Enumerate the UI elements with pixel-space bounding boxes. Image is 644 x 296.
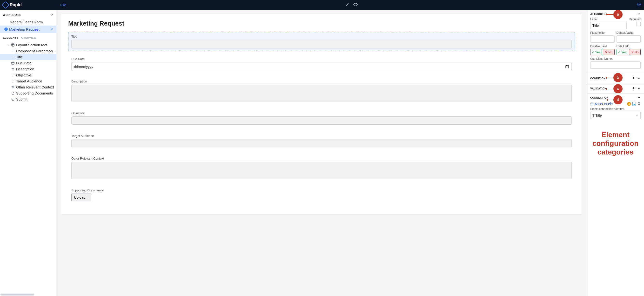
attr-label-input[interactable] [590, 22, 627, 29]
wand-icon[interactable] [345, 2, 350, 8]
brand-logo-icon [2, 1, 9, 9]
objective-input[interactable] [71, 116, 572, 124]
workspace-item-active[interactable]: Marketing Request ✕ [0, 26, 56, 33]
brand-logo: Rapid [3, 2, 22, 8]
disable-no-button[interactable]: ✕No [603, 49, 614, 55]
tree-item-description[interactable]: Description [0, 66, 56, 72]
svg-rect-5 [566, 65, 568, 68]
tree-item-target-audience[interactable]: Target Audience [0, 78, 56, 84]
attr-placeholder-label: Placeholder [590, 31, 614, 34]
text-icon [11, 55, 15, 59]
topbar-tools [66, 2, 637, 8]
text-icon [11, 73, 15, 77]
due-date-input[interactable]: dd/mm/yyyy [71, 62, 572, 71]
horizontal-scrollbar[interactable] [0, 294, 34, 296]
workspace-item-label: General Leads Form [10, 20, 43, 24]
topbar: Rapid File [0, 0, 644, 10]
tree-item-label: Supporting Documents [16, 91, 53, 95]
tab-elements[interactable]: ELEMENTS [3, 36, 18, 39]
connection-name[interactable]: Asset Briefs [590, 102, 613, 106]
hide-yes-button[interactable]: ✓Yes [616, 49, 628, 55]
sun-icon[interactable] [637, 4, 641, 8]
tree-root[interactable]: Layout.Section root [0, 42, 56, 48]
tree-item-paragraph[interactable]: Component.Paragraph ~:~:73 [0, 48, 56, 54]
connection-select-label: Select connection element [590, 107, 641, 111]
tree-item-label: Submit [16, 97, 28, 101]
chevron-down-icon [637, 87, 641, 90]
chevron-down-icon [637, 96, 641, 99]
tree-item-label: Component.Paragraph ~:~:73 [16, 49, 56, 53]
section-title: CONNECTION [590, 96, 608, 99]
tree-item-label: Other Relevant Context [16, 85, 54, 89]
sidebar: WORKSPACE General Leads Form Marketing R… [0, 10, 56, 296]
workspace-item[interactable]: General Leads Form [0, 18, 56, 26]
attr-disable-label: Disable Field [590, 44, 614, 48]
file-icon [11, 91, 15, 95]
other-context-input[interactable] [71, 162, 572, 179]
connection-select[interactable]: TTitle [590, 112, 641, 119]
description-input[interactable] [71, 84, 572, 102]
tree-item-objective[interactable]: Objective [0, 72, 56, 78]
section-attributes: ATTRIBUTES Label Required [587, 10, 644, 73]
field-title[interactable]: Title [68, 32, 575, 51]
check-icon [4, 28, 8, 31]
add-condition-button[interactable]: + [632, 76, 635, 81]
tree-item-other-context[interactable]: Other Relevant Context [0, 84, 56, 90]
attr-css-input[interactable] [590, 62, 641, 69]
field-other-context[interactable]: Other Relevant Context [68, 154, 575, 182]
tree-item-label: Objective [16, 73, 31, 77]
svg-rect-3 [12, 62, 14, 64]
annotation-badge-b: b [614, 73, 622, 82]
attr-required-checkbox[interactable] [636, 22, 641, 26]
close-icon[interactable]: ✕ [50, 27, 53, 31]
topbar-right [637, 2, 641, 8]
description-icon [11, 67, 15, 71]
disable-yes-button[interactable]: ✓Yes [590, 49, 602, 55]
tab-overview[interactable]: OVERVIEW [21, 36, 36, 39]
eye-icon[interactable] [353, 2, 358, 8]
tree-item-label: Description [16, 67, 34, 71]
title-input[interactable] [71, 40, 572, 48]
hide-no-button[interactable]: ✕No [629, 49, 641, 55]
field-target-audience[interactable]: Target Audience [68, 131, 575, 151]
chevron-down-icon [637, 77, 641, 80]
right-panel: ATTRIBUTES Label Required [587, 10, 644, 296]
add-validation-button[interactable]: + [632, 86, 635, 91]
menu-file[interactable]: File [60, 3, 66, 7]
link-icon [590, 102, 594, 106]
layout-icon [11, 43, 15, 47]
form-title: Marketing Request [68, 20, 575, 27]
chevron-down-icon [636, 114, 638, 117]
description-icon [11, 85, 15, 89]
attr-label-label: Label [590, 18, 627, 21]
field-objective[interactable]: Objective [68, 109, 575, 128]
workspace-header-label: WORKSPACE [3, 14, 21, 16]
attr-required-label: Required [628, 18, 641, 21]
chevron-down-icon [50, 13, 53, 17]
tree-item-duedate[interactable]: Due Date [0, 60, 56, 66]
annotation-badge-c: c [614, 84, 622, 93]
delete-connection-button[interactable] [637, 102, 641, 106]
field-supporting-docs[interactable]: Supporting Documents Upload... [68, 186, 575, 204]
svg-point-1 [638, 4, 640, 5]
attr-default-input[interactable] [616, 36, 641, 43]
svg-rect-2 [12, 44, 14, 46]
workspace-header[interactable]: WORKSPACE [0, 10, 56, 18]
text-icon: T [592, 114, 594, 118]
field-label: Due Date [71, 57, 572, 61]
tree-item-submit[interactable]: Submit [0, 96, 56, 102]
brand-name: Rapid [10, 2, 22, 8]
tree-item-label: Title [16, 55, 23, 59]
element-tree: Layout.Section root Component.Paragraph … [0, 41, 56, 103]
field-due-date[interactable]: Due Date dd/mm/yyyy [68, 54, 575, 74]
text-icon [11, 79, 15, 83]
upload-button[interactable]: Upload... [71, 194, 91, 201]
field-description[interactable]: Description [68, 77, 575, 105]
annotation-badge-a: a [614, 10, 622, 19]
tree-item-title[interactable]: Title [0, 54, 56, 60]
tree-item-label: Target Audience [16, 79, 42, 83]
attr-placeholder-input[interactable] [590, 36, 614, 43]
tree-item-supporting-docs[interactable]: Supporting Documents [0, 90, 56, 96]
target-audience-input[interactable] [71, 139, 572, 147]
field-label: Other Relevant Context [71, 157, 572, 160]
